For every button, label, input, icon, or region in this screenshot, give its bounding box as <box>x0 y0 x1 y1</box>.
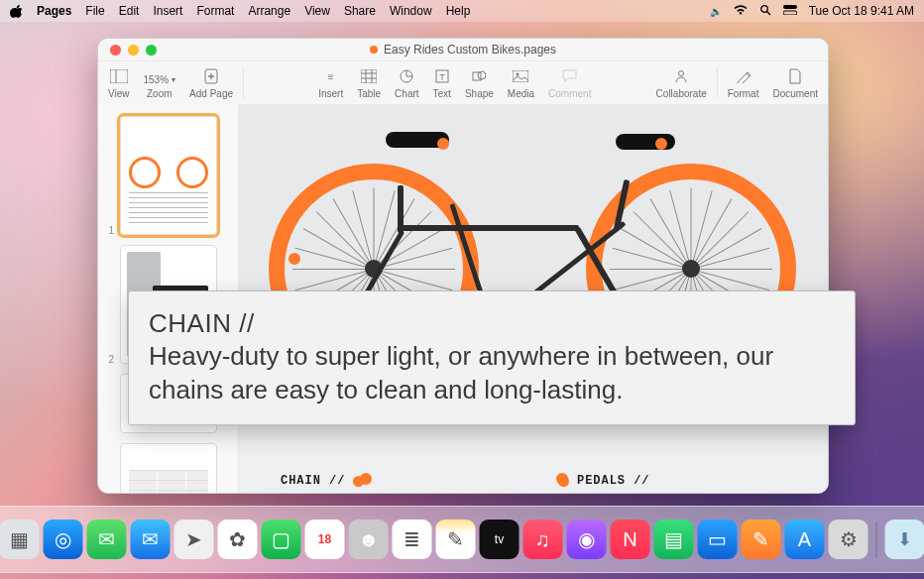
callout-dot <box>289 253 300 265</box>
menubar-clock[interactable]: Tue Oct 18 9:41 AM <box>809 4 914 18</box>
titlebar[interactable]: Easy Rides Custom Bikes.pages <box>98 39 828 61</box>
callout-dot <box>353 476 364 487</box>
callout-dot <box>558 476 569 487</box>
shape-button[interactable]: Shape <box>465 67 494 99</box>
dock-news[interactable]: N <box>611 520 650 559</box>
menu-file[interactable]: File <box>85 4 104 18</box>
dock-maps[interactable]: ➤ <box>174 520 214 559</box>
format-icon <box>735 67 752 85</box>
chain-heading: CHAIN // <box>281 473 345 489</box>
menu-share[interactable]: Share <box>344 4 376 18</box>
dock-contacts[interactable]: ☻ <box>349 520 389 559</box>
dock-pages[interactable]: ✎ <box>742 520 781 559</box>
svg-rect-4 <box>110 69 128 83</box>
control-center-icon[interactable] <box>783 5 797 17</box>
dock-numbers[interactable]: ▤ <box>654 520 694 559</box>
dock-keynote[interactable]: ▭ <box>698 520 738 559</box>
menu-view[interactable]: View <box>304 4 330 18</box>
toolbar-label: Add Page <box>189 88 233 99</box>
hover-text-overlay: CHAIN // Heavy-duty to super light, or a… <box>128 290 856 425</box>
document-button[interactable]: Document <box>772 67 818 99</box>
speaker-icon[interactable]: 🔈 <box>710 6 722 17</box>
toolbar-label: Collaborate <box>656 88 707 99</box>
format-button[interactable]: Format <box>728 67 759 99</box>
menubar: Pages File Edit Insert Format Arrange Vi… <box>0 0 924 22</box>
toolbar-label: Comment <box>548 88 591 99</box>
document-title: Easy Rides Custom Bikes.pages <box>98 43 828 57</box>
wifi-icon[interactable] <box>734 5 748 17</box>
dock-downloads[interactable]: ⬇ <box>885 520 925 559</box>
media-icon <box>512 67 529 85</box>
table-icon <box>360 67 378 85</box>
dock-photos[interactable]: ✿ <box>218 520 258 559</box>
table-button[interactable]: Table <box>357 67 381 99</box>
dock-launchpad[interactable]: ▦ <box>0 520 40 559</box>
toolbar-label: Chart <box>395 88 418 99</box>
apple-menu[interactable] <box>10 4 23 18</box>
toolbar-label: Table <box>357 88 381 99</box>
text-icon: T <box>433 67 451 85</box>
svg-rect-7 <box>361 69 377 83</box>
chain-column[interactable]: CHAIN // Heavy-duty to super light, or a… <box>281 473 509 493</box>
toolbar-label: Insert <box>318 88 343 99</box>
sidebar-icon <box>110 67 128 85</box>
menu-window[interactable]: Window <box>390 4 432 18</box>
svg-point-12 <box>478 71 486 79</box>
media-button[interactable]: Media <box>508 67 534 99</box>
hover-text-title: CHAIN // <box>149 307 835 340</box>
dock-appstore[interactable]: A <box>785 520 825 559</box>
menu-help[interactable]: Help <box>446 4 471 18</box>
svg-text:T: T <box>439 72 445 82</box>
add-page-button[interactable]: Add Page <box>189 67 233 99</box>
pedals-column[interactable]: PEDALS // Clip-in. Flat. Race worthy. Me… <box>558 473 786 493</box>
app-name[interactable]: Pages <box>37 4 71 18</box>
svg-rect-2 <box>783 5 797 9</box>
body-columns: CHAIN // Heavy-duty to super light, or a… <box>281 473 786 493</box>
toolbar-separator <box>717 68 718 98</box>
insert-icon: ≡ <box>322 67 340 85</box>
menu-insert[interactable]: Insert <box>153 4 182 18</box>
document-title-text: Easy Rides Custom Bikes.pages <box>384 43 556 57</box>
chart-button[interactable]: Chart <box>395 67 418 99</box>
text-button[interactable]: TText <box>433 67 451 99</box>
dock-music[interactable]: ♫ <box>523 520 563 559</box>
dock-tv[interactable]: tv <box>480 520 520 559</box>
toolbar-label: View <box>108 88 130 99</box>
toolbar-label: Media <box>508 88 534 99</box>
dock-separator <box>876 521 877 557</box>
menu-format[interactable]: Format <box>196 4 234 18</box>
toolbar-label: Zoom <box>147 88 173 99</box>
dock-reminders[interactable]: ≣ <box>393 520 432 559</box>
toolbar-label: Format <box>728 88 759 99</box>
view-button[interactable]: View <box>108 67 130 99</box>
menu-arrange[interactable]: Arrange <box>248 4 290 18</box>
callout-dot <box>437 138 449 150</box>
svg-rect-13 <box>513 70 528 82</box>
page-number: 1 <box>109 225 115 236</box>
toolbar-label: Document <box>772 88 818 99</box>
dock-safari[interactable]: ◎ <box>44 520 83 559</box>
insert-button[interactable]: ≡Insert <box>318 67 343 99</box>
zoom-button[interactable]: 153% Zoom <box>144 74 176 99</box>
menu-edit[interactable]: Edit <box>119 4 140 18</box>
dock: ☺▦◎✉✉➤✿▢18☻≣✎tv♫◉N▤▭✎A⚙⬇🗑 <box>0 506 924 573</box>
dock-messages[interactable]: ✉ <box>87 520 127 559</box>
dock-calendar[interactable]: 18 <box>305 520 345 559</box>
plus-page-icon <box>202 67 220 85</box>
svg-point-0 <box>760 6 767 13</box>
dock-system-settings[interactable]: ⚙ <box>829 520 868 559</box>
callout-dot <box>655 138 667 150</box>
document-proxy-icon[interactable] <box>370 46 378 54</box>
zoom-value: 153% <box>144 74 176 85</box>
dock-mail[interactable]: ✉ <box>131 520 171 559</box>
collaborate-button[interactable]: Collaborate <box>656 67 707 99</box>
page-thumbnail[interactable]: 4 <box>120 443 217 493</box>
pedals-heading: PEDALS // <box>577 473 649 489</box>
svg-point-15 <box>679 71 684 76</box>
dock-notes[interactable]: ✎ <box>436 520 476 559</box>
dock-podcasts[interactable]: ◉ <box>567 520 607 559</box>
hover-text-body: Heavy-duty to super light, or anywhere i… <box>149 340 835 406</box>
spotlight-icon[interactable] <box>759 4 771 18</box>
dock-facetime[interactable]: ▢ <box>262 520 301 559</box>
page-thumbnail[interactable]: 1 <box>120 116 217 235</box>
